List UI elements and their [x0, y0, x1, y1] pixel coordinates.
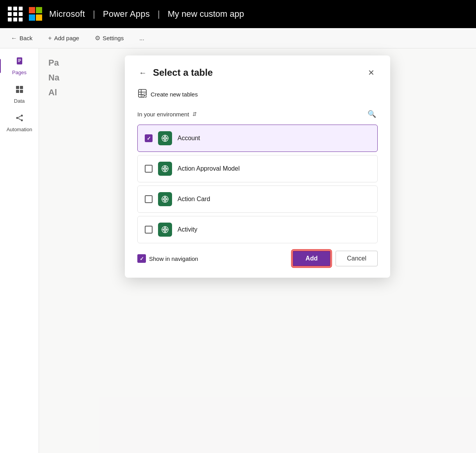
environment-selector[interactable]: In your environment ⇵	[137, 111, 197, 118]
table-item-activity[interactable]: Activity	[137, 216, 378, 243]
sidebar-item-pages[interactable]: Pages	[4, 52, 35, 79]
sidebar: Pages Data	[0, 48, 39, 453]
create-new-label: Create new tables	[151, 91, 198, 98]
dialog-footer: Show in navigation Add Cancel	[137, 250, 378, 267]
dialog-back-button[interactable]: ←	[137, 67, 148, 79]
sidebar-pages-label: Pages	[12, 70, 27, 75]
table-item-account[interactable]: Account	[137, 125, 378, 152]
automation-icon	[15, 113, 24, 125]
content-area: Pa Na Al ← Select a table ✕	[39, 48, 476, 453]
add-button[interactable]: Add	[292, 250, 331, 267]
action-card-name: Action Card	[178, 196, 210, 203]
add-page-button[interactable]: + Add page	[45, 33, 82, 43]
table-item-action-approval-model[interactable]: Action Approval Model	[137, 155, 378, 182]
top-bar: Microsoft | Power Apps | My new custom a…	[0, 0, 476, 28]
microsoft-label: Microsoft	[49, 9, 85, 19]
show-navigation-checkbox[interactable]	[137, 254, 146, 263]
pages-icon	[15, 56, 24, 68]
gear-icon: ⚙	[95, 34, 100, 42]
svg-point-8	[16, 117, 18, 119]
account-icon	[158, 131, 172, 145]
sidebar-item-data[interactable]: Data	[4, 81, 35, 108]
action-card-icon	[158, 192, 172, 206]
search-button[interactable]: 🔍	[366, 108, 378, 120]
svg-rect-0	[17, 57, 22, 64]
svg-rect-16	[141, 89, 142, 97]
svg-rect-3	[18, 61, 20, 62]
svg-rect-6	[16, 90, 19, 93]
chevron-updown-icon: ⇵	[192, 111, 197, 117]
activity-name: Activity	[178, 226, 197, 233]
show-navigation-label: Show in navigation	[149, 255, 198, 262]
table-list: Account Action Approval Model	[137, 125, 378, 243]
show-in-navigation-row[interactable]: Show in navigation	[137, 254, 198, 263]
select-table-dialog: ← Select a table ✕	[125, 55, 390, 278]
app-name: My new custom app	[168, 9, 244, 19]
topbar-divider: |	[93, 9, 95, 19]
table-item-action-card[interactable]: Action Card	[137, 185, 378, 213]
create-new-tables-row[interactable]: Create new tables	[137, 87, 378, 101]
account-name: Account	[178, 135, 200, 142]
sidebar-item-automation[interactable]: Automation	[4, 109, 35, 136]
dialog-header: ← Select a table ✕	[137, 66, 378, 79]
settings-label: Settings	[103, 35, 124, 41]
sidebar-automation-label: Automation	[7, 127, 32, 132]
dialog-close-button[interactable]: ✕	[365, 66, 378, 79]
back-icon: ←	[11, 35, 17, 42]
back-button[interactable]: ← Back	[8, 33, 36, 43]
more-label: ...	[139, 35, 144, 41]
main-layout: Pages Data	[0, 48, 476, 453]
activity-checkbox[interactable]	[145, 226, 153, 234]
svg-rect-2	[18, 60, 21, 61]
sidebar-data-label: Data	[14, 98, 25, 104]
svg-rect-7	[20, 90, 23, 93]
environment-row: In your environment ⇵ 🔍	[137, 108, 378, 120]
svg-point-10	[21, 119, 23, 121]
cancel-button[interactable]: Cancel	[336, 251, 378, 266]
svg-rect-14	[139, 92, 146, 93]
plus-icon: +	[48, 35, 52, 42]
topbar-divider2: |	[158, 9, 160, 19]
back-label: Back	[20, 35, 32, 41]
dialog-title: Select a table	[153, 67, 213, 78]
environment-label: In your environment	[137, 111, 189, 118]
action-approval-icon	[158, 162, 172, 176]
apps-grid-icon[interactable]	[8, 7, 23, 21]
svg-line-12	[18, 118, 21, 120]
svg-line-11	[18, 116, 21, 118]
svg-rect-4	[16, 86, 19, 89]
action-approval-checkbox[interactable]	[145, 165, 153, 173]
activity-icon	[158, 223, 172, 237]
data-icon	[15, 85, 24, 96]
svg-rect-1	[18, 59, 21, 60]
add-page-label: Add page	[54, 35, 79, 41]
settings-button[interactable]: ⚙ Settings	[92, 33, 127, 43]
svg-point-9	[21, 115, 23, 117]
svg-rect-5	[20, 86, 23, 89]
microsoft-logo	[29, 7, 43, 21]
action-card-checkbox[interactable]	[145, 195, 153, 203]
create-table-icon	[138, 89, 147, 100]
action-approval-name: Action Approval Model	[178, 165, 240, 172]
dialog-title-row: ← Select a table	[137, 67, 213, 79]
more-button[interactable]: ...	[136, 33, 147, 43]
account-checkbox[interactable]	[145, 134, 153, 142]
product-name: Power Apps	[103, 9, 150, 19]
toolbar: ← Back + Add page ⚙ Settings ...	[0, 28, 476, 48]
